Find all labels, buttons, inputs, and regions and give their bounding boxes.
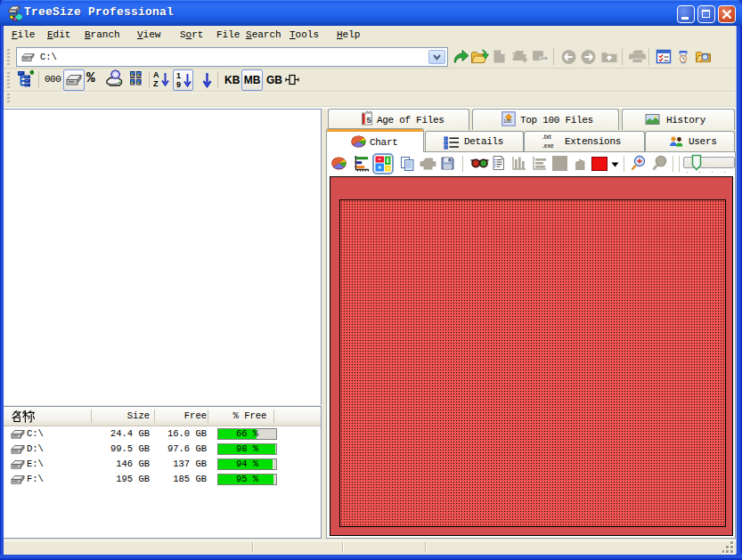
svg-text:100: 100: [503, 118, 511, 124]
svg-text:5: 5: [367, 115, 372, 125]
